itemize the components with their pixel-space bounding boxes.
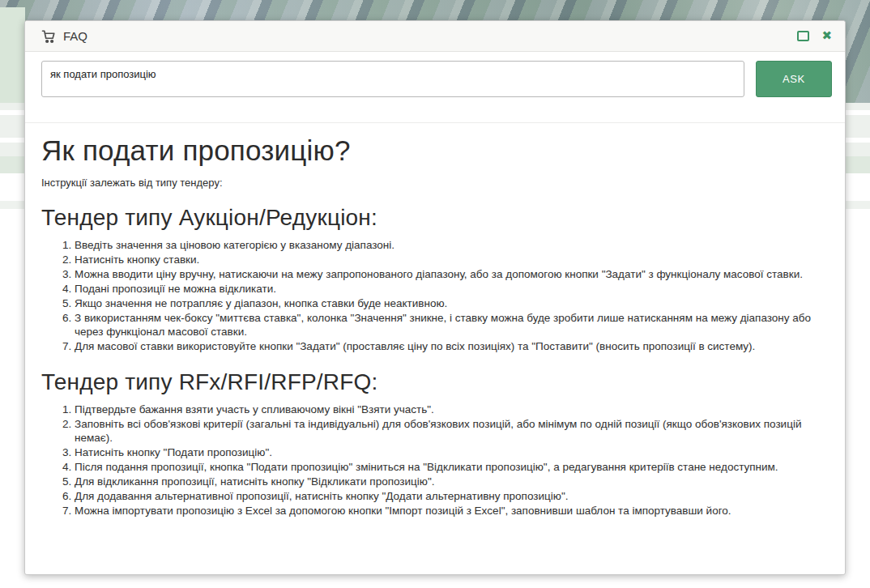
section-heading-auction: Тендер типу Аукціон/Редукціон: <box>41 205 827 231</box>
list-item: Для відкликання пропозиції, натисніть кн… <box>75 475 827 488</box>
modal-title: FAQ <box>63 29 87 43</box>
window-controls: ✖ <box>797 30 832 42</box>
list-item: Можна вводити ціну вручну, натискаючи на… <box>75 267 827 281</box>
close-icon[interactable]: ✖ <box>821 30 832 42</box>
question-input[interactable]: як подати пропозицію <box>41 61 744 97</box>
list-item: Якщо значення не потрапляє у діапазон, к… <box>75 296 827 310</box>
list-item: Введіть значення за ціновою категорією у… <box>75 238 827 252</box>
article-title: Як подати пропозицію? <box>41 134 827 167</box>
ask-button[interactable]: ASK <box>756 61 832 97</box>
auction-steps-list: Введіть значення за ціновою категорією у… <box>61 238 827 353</box>
list-item: Підтвердьте бажання взяти участь у сплив… <box>75 403 827 416</box>
cart-icon <box>41 29 56 44</box>
list-item: Можна імпортувати пропозицію з Excel за … <box>75 504 827 518</box>
faq-search-row: як подати пропозицію ASK <box>25 52 845 123</box>
section-heading-rfx: Тендер типу RFx/RFI/RFP/RFQ: <box>41 369 827 395</box>
list-item: Подані пропозиції не можна відкликати. <box>75 282 827 296</box>
list-item: Заповніть всі обов'язкові критерії (зага… <box>75 417 827 445</box>
list-item: Для масової ставки використовуйте кнопки… <box>75 339 827 353</box>
list-item: Натисніть кнопку ставки. <box>75 253 827 266</box>
rfx-steps-list: Підтвердьте бажання взяти участь у сплив… <box>61 403 827 518</box>
maximize-icon[interactable] <box>797 31 809 41</box>
article-intro: Інструкції залежать від типу тендеру: <box>41 177 827 189</box>
list-item: Натисніть кнопку "Подати пропозицію". <box>75 445 827 459</box>
list-item: Для додавання альтернативної пропозиції,… <box>75 489 827 503</box>
faq-modal-titlebar: FAQ ✖ <box>25 21 845 52</box>
faq-modal: FAQ ✖ як подати пропозицію ASK Як подати… <box>24 20 846 575</box>
list-item: Після подання пропозиції, кнопка "Подати… <box>75 460 827 474</box>
page-header-left-panel <box>0 7 25 103</box>
faq-answer-area: Як подати пропозицію? Інструкції залежат… <box>25 123 845 574</box>
list-item: З використанням чек-боксу "миттєва ставк… <box>75 311 827 339</box>
